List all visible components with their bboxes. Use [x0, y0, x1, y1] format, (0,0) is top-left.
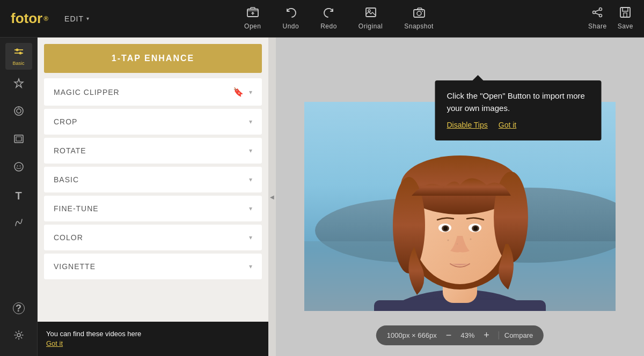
svg-point-16	[14, 107, 23, 115]
panel-content: 1-TAP ENHANCE MAGIC CLIPPER 🔖 ▾ CROP ▾ R…	[38, 38, 268, 356]
text-icon: T	[15, 190, 21, 202]
rotate-chevron: ▾	[249, 147, 252, 154]
main-area: Basic T	[0, 38, 644, 356]
save-label: Save	[618, 23, 633, 30]
open-button[interactable]: Open	[244, 7, 261, 30]
sidebar-item-basic[interactable]: Basic	[5, 43, 32, 70]
toolbar-center: Open Undo Redo Original Snapshot	[90, 7, 588, 30]
crop-chevron: ▾	[249, 118, 252, 125]
svg-rect-20	[16, 137, 21, 141]
sidebar-item-frame[interactable]	[5, 127, 32, 153]
beauty-icon	[13, 78, 24, 91]
vignette-item[interactable]: VIGNETTE ▾	[44, 254, 262, 279]
undo-label: Undo	[282, 23, 299, 30]
logo-reg: ®	[43, 15, 48, 23]
panel-collapse-handle[interactable]: ◀	[268, 38, 276, 356]
redo-button[interactable]: Redo	[320, 7, 337, 30]
undo-button[interactable]: Undo	[282, 7, 299, 30]
logo-text: fotor	[11, 10, 42, 27]
sidebar-item-help[interactable]: ?	[5, 295, 32, 322]
color-item[interactable]: COLOR ▾	[44, 225, 262, 250]
original-label: Original	[358, 23, 383, 30]
magic-clipper-item[interactable]: MAGIC CLIPPER 🔖 ▾	[44, 78, 262, 106]
svg-rect-3	[414, 10, 425, 17]
magic-clipper-label: MAGIC CLIPPER	[54, 88, 120, 97]
original-button[interactable]: Original	[358, 7, 383, 30]
sticker-icon	[13, 161, 24, 175]
crop-label: CROP	[54, 117, 77, 126]
fine-tune-label: FINE-TUNE	[54, 204, 99, 213]
basic-item[interactable]: BASIC ▾	[44, 167, 262, 192]
effect-icon	[13, 106, 24, 119]
svg-rect-9	[620, 8, 630, 17]
svg-point-21	[14, 162, 23, 171]
open-tooltip-text: Click the "Open" Button to import more y…	[447, 90, 590, 114]
svg-point-42	[473, 226, 478, 231]
sidebar-item-settings[interactable]	[5, 323, 32, 350]
tooltip-links: Disable Tips Got it	[447, 120, 590, 131]
hdr-icon	[13, 217, 24, 231]
sidebar-item-sticker[interactable]	[5, 154, 32, 181]
zoom-in-button[interactable]: +	[482, 330, 491, 341]
toolbar-right: Share Save	[588, 7, 633, 30]
edit-label: EDIT	[64, 14, 84, 23]
original-icon	[365, 7, 377, 20]
svg-point-24	[17, 333, 20, 337]
open-tooltip: Click the "Open" Button to import more y…	[435, 80, 602, 140]
open-label: Open	[244, 23, 261, 30]
svg-point-7	[599, 14, 602, 17]
snapshot-button[interactable]: Snapshot	[404, 7, 434, 30]
svg-point-17	[17, 109, 21, 113]
svg-rect-10	[624, 13, 627, 17]
enhance-button[interactable]: 1-TAP ENHANCE	[44, 44, 262, 73]
panel-tooltip: You can find these videos here Got it	[38, 322, 268, 356]
magic-clipper-chevron: ▾	[249, 88, 252, 96]
vignette-label: VIGNETTE	[54, 262, 96, 271]
crop-item[interactable]: CROP ▾	[44, 109, 262, 135]
svg-point-43	[448, 240, 449, 241]
zoom-out-button[interactable]: −	[445, 330, 453, 341]
frame-icon	[13, 134, 24, 146]
open-icon	[247, 7, 259, 20]
panel-tooltip-text: You can find these videos here	[46, 330, 141, 338]
basic-icon	[13, 47, 24, 60]
share-label: Share	[588, 23, 607, 30]
svg-marker-15	[14, 79, 23, 87]
panel-got-it-link[interactable]: Got it	[46, 339, 63, 347]
save-button[interactable]: Save	[618, 7, 633, 30]
zoom-level: 43%	[460, 331, 474, 339]
sidebar-item-effect[interactable]	[5, 99, 32, 125]
svg-point-45	[457, 243, 458, 244]
logo: fotor®	[11, 10, 48, 27]
svg-point-5	[422, 11, 423, 12]
svg-point-2	[368, 10, 370, 12]
fine-tune-item[interactable]: FINE-TUNE ▾	[44, 196, 262, 221]
collapse-icon: ◀	[270, 194, 274, 200]
edit-panel: 1-TAP ENHANCE MAGIC CLIPPER 🔖 ▾ CROP ▾ R…	[38, 38, 268, 356]
svg-point-14	[19, 51, 21, 54]
share-button[interactable]: Share	[588, 7, 607, 30]
edit-menu-button[interactable]: EDIT ▾	[64, 14, 90, 23]
sidebar-item-text[interactable]: T	[5, 182, 32, 209]
settings-icon	[13, 330, 24, 343]
svg-rect-1	[366, 8, 376, 17]
snapshot-label: Snapshot	[404, 23, 434, 30]
sidebar-item-hdr[interactable]	[5, 210, 32, 237]
disable-tips-link[interactable]: Disable Tips	[447, 120, 488, 131]
svg-point-41	[443, 226, 448, 231]
vignette-chevron: ▾	[249, 263, 252, 270]
canvas-area: Click the "Open" Button to import more y…	[276, 38, 644, 356]
got-it-link[interactable]: Got it	[499, 120, 516, 131]
rotate-item[interactable]: ROTATE ▾	[44, 138, 262, 164]
bookmark-icon: 🔖	[233, 87, 244, 97]
redo-label: Redo	[320, 23, 337, 30]
compare-button[interactable]: Compare	[499, 331, 533, 339]
help-icon: ?	[13, 302, 25, 314]
sidebar-item-beauty[interactable]	[5, 71, 32, 98]
svg-point-22	[17, 165, 18, 166]
status-bar: 1000px × 666px − 43% + Compare	[376, 325, 544, 345]
svg-point-12	[16, 48, 18, 51]
svg-point-8	[593, 11, 596, 14]
basic-label: Basic	[12, 61, 24, 66]
icon-sidebar: Basic T	[0, 38, 38, 356]
